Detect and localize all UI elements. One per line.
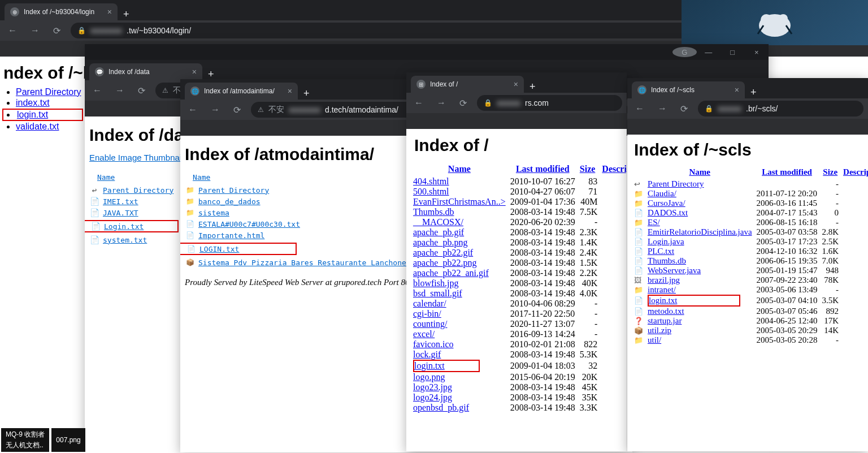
file-link[interactable]: util/ (648, 335, 661, 344)
forward-icon[interactable]: → (433, 96, 449, 110)
file-link[interactable]: Login.java (648, 237, 684, 246)
col-name[interactable]: Name (689, 167, 711, 176)
file-link[interactable]: lock.gif (413, 350, 441, 359)
file-link[interactable]: WebServer.java (648, 266, 701, 275)
tab[interactable]: 💬 Index of /data × (89, 63, 202, 80)
file-link[interactable]: blowfish.jpg (413, 278, 458, 288)
reload-icon[interactable]: ⟳ (230, 102, 244, 118)
file-link[interactable]: Login.txt (104, 222, 144, 231)
reload-icon[interactable]: ⟳ (677, 101, 691, 117)
file-link[interactable]: Parent Directory (16, 87, 81, 97)
taskbar-item[interactable]: MQ-9 收割者 无人机文档.. (1, 428, 49, 452)
new-tab-button[interactable]: + (745, 87, 762, 98)
file-link[interactable]: 404.shtml (413, 176, 449, 186)
file-link[interactable]: EvanFirstChristmasAn..> (413, 197, 506, 206)
enable-thumbnails-link[interactable]: Enable Image Thumbnails (89, 153, 188, 162)
close-icon[interactable]: × (107, 7, 112, 16)
tab[interactable]: 🌐 Index of /~scls × (632, 81, 745, 98)
col-size[interactable]: Size (823, 167, 837, 176)
back-icon[interactable]: ← (185, 102, 201, 117)
col-modified[interactable]: Last modified (762, 167, 812, 176)
maximize-button[interactable]: □ (721, 48, 745, 57)
close-button[interactable]: × (745, 48, 769, 57)
reload-icon[interactable]: ⟳ (456, 96, 470, 111)
col-name[interactable]: Name (448, 164, 471, 174)
file-link[interactable]: apache_pb22.gif (413, 248, 473, 257)
file-link[interactable]: index.txt (16, 98, 50, 107)
file-link[interactable]: sistema (198, 209, 229, 217)
file-link[interactable]: login.txt (649, 296, 677, 305)
new-tab-button[interactable]: + (298, 88, 315, 100)
omnibox[interactable]: 🔒 xxxxxx rs.com (477, 95, 622, 111)
tab[interactable]: ⊕ Index of /~b93004/login × (5, 3, 118, 20)
back-icon[interactable]: ← (632, 101, 648, 116)
file-link[interactable]: system.txt (103, 236, 147, 244)
file-link[interactable]: apache_pb22.png (413, 258, 476, 268)
file-link[interactable]: CursoJava/ (648, 199, 685, 208)
omnibox[interactable]: 🔒 xxxxxx .br/~scls/ (698, 101, 863, 117)
profile-icon[interactable]: G (672, 47, 697, 57)
file-link[interactable]: LOGIN.txt (199, 245, 239, 253)
file-link[interactable]: util.zip (648, 326, 671, 335)
col-size[interactable]: Size (580, 164, 596, 174)
file-link[interactable]: Thumbs.db (413, 207, 454, 217)
close-icon[interactable]: × (288, 87, 292, 96)
file-link[interactable]: brazil.jpg (648, 275, 680, 284)
file-link[interactable]: Claudia/ (648, 189, 676, 198)
file-link[interactable]: Parent Directory (648, 179, 704, 188)
file-link[interactable]: DADOS.txt (648, 208, 688, 217)
file-link[interactable]: JAVA.TXT (103, 209, 138, 217)
close-icon[interactable]: × (514, 80, 518, 89)
file-link[interactable]: login.txt (17, 110, 48, 119)
minimize-button[interactable]: — (697, 48, 721, 57)
reload-icon[interactable]: ⟳ (134, 83, 149, 98)
col-desc[interactable]: Description (602, 164, 627, 174)
forward-icon[interactable]: → (654, 101, 670, 116)
file-link[interactable]: logo.png (413, 372, 445, 382)
file-link[interactable]: logo24.jpg (413, 392, 452, 402)
file-link[interactable]: cgi-bin/ (413, 309, 441, 318)
col-desc[interactable]: Description (843, 167, 868, 176)
file-link[interactable]: bsd_small.gif (413, 288, 462, 298)
file-link[interactable]: banco_de_dados (198, 197, 261, 206)
back-icon[interactable]: ← (5, 23, 20, 38)
close-icon[interactable]: × (735, 85, 739, 94)
back-icon[interactable]: ← (411, 96, 427, 110)
file-link[interactable]: IMEI.txt (103, 197, 138, 206)
new-tab-button[interactable]: + (202, 68, 220, 80)
new-tab-button[interactable]: + (118, 8, 135, 20)
back-icon[interactable]: ← (89, 83, 105, 98)
file-link[interactable]: Importante.html (198, 231, 264, 240)
file-link[interactable]: PLC.txt (648, 247, 674, 256)
forward-icon[interactable]: → (27, 23, 43, 38)
file-link[interactable]: EmitirRelatorioDisciplina.java (648, 227, 752, 236)
file-link[interactable]: openbsd_pb.gif (413, 403, 469, 412)
file-link[interactable]: 500.shtml (413, 187, 449, 196)
file-link[interactable]: ESTALA#U00c7#U00c30.txt (198, 220, 300, 228)
forward-icon[interactable]: → (207, 102, 223, 117)
file-link[interactable]: Parent Directory (198, 186, 269, 195)
file-link[interactable]: login.txt (414, 361, 445, 370)
file-link[interactable]: apache_pb.png (413, 238, 467, 247)
new-tab-button[interactable]: + (524, 81, 541, 93)
file-link[interactable]: ES/ (648, 218, 660, 227)
file-link[interactable]: startup.jar (648, 316, 682, 325)
file-link[interactable]: Parent Directory (103, 186, 173, 195)
file-link[interactable]: validate.txt (16, 122, 59, 131)
col-modified[interactable]: Last modified (516, 164, 570, 174)
taskbar-item[interactable]: 007.png (51, 428, 85, 452)
file-link[interactable]: logo23.jpg (413, 382, 452, 392)
file-link[interactable]: apache_pb.gif (413, 227, 464, 237)
close-icon[interactable]: × (192, 67, 197, 76)
file-link[interactable]: Thumbs.db (648, 256, 686, 265)
file-link[interactable]: favicon.ico (413, 339, 454, 349)
file-link[interactable]: counting/ (413, 319, 447, 329)
file-link[interactable]: excel/ (413, 329, 435, 339)
file-link[interactable]: intranet/ (648, 285, 676, 294)
tab[interactable]: 🌐 Index of /atmodaintima/ × (185, 83, 298, 100)
forward-icon[interactable]: → (112, 83, 128, 98)
file-link[interactable]: metodo.txt (648, 307, 684, 316)
reload-icon[interactable]: ⟳ (50, 23, 64, 38)
file-link[interactable]: __MACOSX/ (413, 217, 463, 227)
file-link[interactable]: calendar/ (413, 299, 446, 308)
